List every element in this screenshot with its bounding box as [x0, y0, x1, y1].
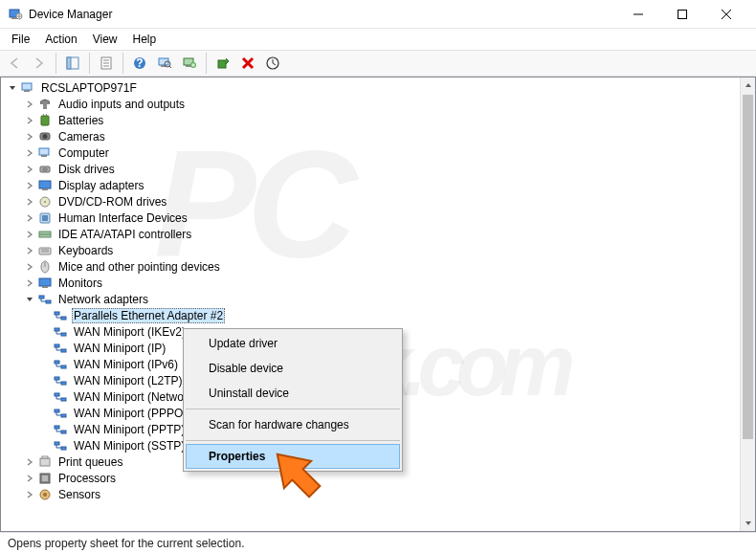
scroll-thumb[interactable] — [743, 95, 753, 439]
category-label: Processors — [56, 472, 118, 485]
help-button[interactable]: ? — [128, 52, 151, 75]
category-label: Sensors — [56, 488, 102, 501]
chevron-right-icon[interactable] — [22, 457, 37, 467]
scroll-up-button[interactable] — [741, 77, 755, 93]
category-item[interactable]: Cameras — [1, 128, 740, 144]
ctx-properties[interactable]: Properties — [186, 444, 400, 469]
statusbar-text: Opens property sheet for the current sel… — [8, 537, 244, 550]
chevron-right-icon[interactable] — [22, 165, 37, 174]
menu-file[interactable]: File — [4, 31, 37, 48]
category-item[interactable]: Monitors — [1, 275, 740, 291]
network-adapter-icon — [53, 438, 68, 453]
minimize-button[interactable] — [616, 0, 660, 29]
svg-rect-5 — [67, 57, 71, 69]
chevron-right-icon[interactable] — [22, 490, 37, 499]
category-item[interactable]: Audio inputs and outputs — [1, 96, 740, 112]
chevron-right-icon[interactable] — [22, 230, 37, 239]
maximize-button[interactable] — [660, 0, 704, 29]
category-item[interactable]: Human Interface Devices — [1, 210, 740, 226]
svg-point-28 — [43, 134, 48, 139]
scroll-down-button[interactable] — [741, 516, 755, 531]
chevron-down-icon[interactable] — [22, 295, 37, 304]
tree-root-label: RCSLAPTOP971F — [39, 81, 139, 95]
svg-rect-59 — [61, 382, 66, 385]
category-label: Batteries — [56, 114, 105, 127]
chevron-right-icon[interactable] — [22, 181, 37, 190]
category-label: IDE ATA/ATAPI controllers — [56, 228, 193, 241]
toolbar-separator — [89, 53, 90, 74]
svg-rect-25 — [43, 114, 44, 116]
tree-root[interactable]: RCSLAPTOP971F — [1, 79, 740, 96]
showhide-button[interactable] — [61, 52, 84, 75]
network-adapter-label: WAN Miniport (PPTP) — [72, 423, 187, 436]
menu-help[interactable]: Help — [125, 31, 165, 48]
toolbar-separator — [122, 53, 123, 74]
svg-rect-26 — [46, 114, 47, 116]
svg-rect-54 — [55, 344, 59, 347]
chevron-right-icon[interactable] — [22, 262, 37, 272]
svg-rect-53 — [61, 333, 66, 336]
chevron-right-icon[interactable] — [22, 100, 37, 109]
category-icon — [37, 145, 53, 161]
svg-point-32 — [42, 167, 48, 171]
category-icon — [37, 276, 53, 291]
properties-button[interactable] — [95, 52, 118, 75]
uninstall-button[interactable] — [236, 52, 259, 75]
svg-rect-71 — [42, 476, 48, 481]
svg-rect-50 — [55, 312, 59, 315]
category-item[interactable]: Computer — [1, 144, 740, 161]
chevron-right-icon[interactable] — [22, 148, 37, 158]
chevron-right-icon[interactable] — [22, 474, 37, 483]
svg-rect-19 — [218, 60, 226, 68]
category-icon — [37, 471, 53, 486]
ctx-update-driver[interactable]: Update driver — [186, 331, 400, 356]
update-button[interactable] — [178, 52, 201, 75]
category-item[interactable]: IDE ATA/ATAPI controllers — [1, 226, 740, 242]
svg-rect-56 — [55, 361, 59, 364]
category-item[interactable]: Processors — [1, 470, 740, 486]
ctx-scan-hardware[interactable]: Scan for hardware changes — [186, 412, 400, 437]
svg-rect-57 — [61, 365, 66, 368]
close-button[interactable] — [704, 0, 748, 29]
network-adapter-icon — [53, 389, 68, 405]
category-label: Human Interface Devices — [56, 211, 189, 225]
chevron-right-icon[interactable] — [22, 132, 37, 142]
svg-rect-66 — [55, 442, 59, 445]
category-label: Cameras — [56, 130, 107, 144]
category-item[interactable]: Keyboards — [1, 242, 740, 258]
category-item[interactable]: Batteries — [1, 112, 740, 128]
chevron-right-icon[interactable] — [22, 197, 37, 207]
chevron-right-icon[interactable] — [22, 246, 37, 255]
network-adapter-item[interactable]: Parallels Ethernet Adapter #2 — [1, 307, 740, 323]
vertical-scrollbar[interactable] — [740, 77, 755, 531]
ctx-uninstall-device[interactable]: Uninstall device — [186, 381, 400, 406]
network-adapter-label: Parallels Ethernet Adapter #2 — [72, 308, 225, 323]
menu-view[interactable]: View — [85, 31, 125, 48]
category-item[interactable]: Display adapters — [1, 177, 740, 193]
category-icon — [37, 487, 53, 502]
menu-action[interactable]: Action — [37, 31, 84, 48]
category-item[interactable]: Mice and other pointing devices — [1, 258, 740, 275]
category-item[interactable]: Sensors — [1, 486, 740, 502]
chevron-right-icon[interactable] — [22, 116, 37, 125]
category-icon — [37, 129, 53, 144]
network-adapter-icon — [53, 308, 68, 323]
svg-rect-60 — [55, 393, 59, 396]
chevron-down-icon[interactable] — [5, 83, 20, 93]
ctx-disable-device[interactable]: Disable device — [186, 356, 400, 381]
svg-rect-63 — [61, 414, 66, 417]
network-adapter-icon — [53, 422, 68, 437]
category-label: Monitors — [56, 276, 104, 290]
category-network-adapters[interactable]: Network adapters — [1, 291, 740, 307]
enable-button[interactable] — [211, 52, 234, 75]
svg-rect-46 — [39, 278, 51, 286]
category-item[interactable]: Disk drives — [1, 161, 740, 177]
svg-rect-65 — [61, 431, 66, 433]
refresh-button[interactable] — [261, 52, 284, 75]
scan-button[interactable] — [153, 52, 176, 75]
category-label: Print queues — [56, 455, 124, 469]
category-item[interactable]: DVD/CD-ROM drives — [1, 193, 740, 210]
chevron-right-icon[interactable] — [22, 213, 37, 223]
network-icon — [37, 292, 53, 307]
chevron-right-icon[interactable] — [22, 278, 37, 288]
